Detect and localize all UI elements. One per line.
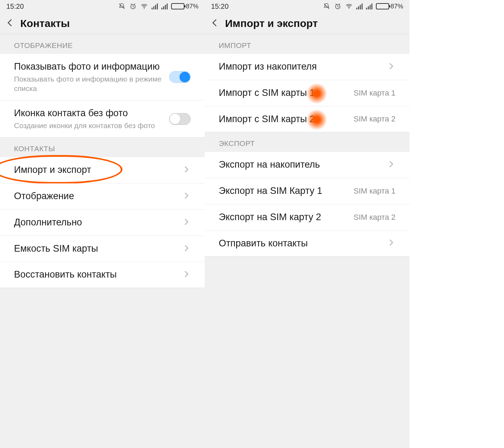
row-title: Дополнительно	[14, 217, 183, 229]
screenshot-import-export: 15:20 87% Импорт и экспорт ИМПОРТ Импорт…	[205, 0, 410, 448]
row-contact-icon-no-photo[interactable]: Иконка контакта без фото Создание иконки…	[0, 100, 205, 137]
row-import-sim2[interactable]: Импорт с SIM карты 2 SIM карта 2	[205, 106, 410, 132]
row-title: Импорт и экспорт	[14, 164, 183, 176]
chevron-right-icon	[183, 192, 191, 201]
row-subtitle: Создание иконки для контактов без фото	[14, 121, 169, 130]
row-display[interactable]: Отображение	[0, 183, 205, 210]
row-restore-contacts[interactable]: Восстановить контакты	[0, 262, 205, 288]
section-header-import: ИМПОРТ	[205, 34, 410, 54]
signal-sim2-icon	[161, 3, 168, 9]
signal-sim1-icon	[152, 3, 158, 9]
row-title: Иконка контакта без фото	[14, 107, 169, 119]
section-header-display: ОТОБРАЖЕНИЕ	[0, 34, 205, 54]
row-title: Импорт с SIM карты 2	[219, 113, 354, 125]
row-sim-capacity[interactable]: Емкость SIM карты	[0, 236, 205, 262]
row-export-sim1[interactable]: Экспорт на SIM Карту 1 SIM карта 1	[205, 178, 410, 204]
battery-icon	[171, 3, 184, 9]
row-import-from-storage[interactable]: Импорт из накопителя	[205, 54, 410, 80]
row-title: Отображение	[14, 190, 183, 202]
signal-sim2-icon	[366, 3, 372, 9]
empty-area	[0, 288, 205, 448]
alarm-icon	[129, 2, 137, 10]
row-value: SIM карта 1	[354, 187, 396, 196]
row-title: Экспорт на SIM карту 2	[219, 211, 354, 223]
row-value: SIM карта 2	[354, 213, 396, 222]
row-title: Отправить контакты	[219, 238, 388, 250]
row-title: Импорт из накопителя	[219, 61, 388, 73]
row-title: Импорт с SIM карты 1	[219, 87, 354, 99]
chevron-right-icon	[183, 244, 191, 253]
status-time: 15:20	[6, 2, 24, 10]
page-header: Контакты	[0, 13, 205, 34]
row-show-photo-info[interactable]: Показывать фото и информацию Показывать …	[0, 54, 205, 100]
row-send-contacts[interactable]: Отправить контакты	[205, 231, 410, 257]
row-advanced[interactable]: Дополнительно	[0, 210, 205, 236]
battery-icon	[376, 3, 389, 9]
wifi-icon	[140, 2, 148, 10]
status-time: 15:20	[211, 2, 229, 10]
chevron-right-icon	[388, 160, 396, 169]
chevron-right-icon	[388, 62, 396, 71]
do-not-disturb-icon	[118, 2, 126, 10]
battery-indicator: 87%	[376, 3, 403, 10]
row-export-to-storage[interactable]: Экспорт на накопитель	[205, 152, 410, 178]
wifi-icon	[345, 2, 353, 10]
battery-percent: 87%	[186, 3, 198, 10]
row-subtitle: Показывать фото и информацию в режиме сп…	[14, 74, 169, 93]
alarm-icon	[334, 2, 342, 10]
row-title: Емкость SIM карты	[14, 243, 183, 255]
screenshot-contacts-settings: 15:20 87% Контакты ОТОБРАЖЕНИЕ Показыват…	[0, 0, 205, 448]
back-button[interactable]	[5, 18, 15, 29]
chevron-right-icon	[183, 166, 191, 175]
battery-percent: 87%	[391, 3, 403, 10]
empty-area	[205, 256, 410, 448]
row-title: Показывать фото и информацию	[14, 61, 169, 73]
row-value: SIM карта 2	[354, 114, 396, 124]
back-button[interactable]	[210, 18, 220, 29]
do-not-disturb-icon	[323, 2, 330, 10]
toggle-icon-no-photo[interactable]	[169, 113, 191, 125]
chevron-right-icon	[183, 270, 191, 279]
chevron-right-icon	[388, 239, 396, 248]
status-bar: 15:20 87%	[0, 0, 205, 13]
row-import-sim1[interactable]: Импорт с SIM карты 1 SIM карта 1	[205, 80, 410, 106]
signal-sim1-icon	[356, 3, 363, 9]
page-title: Импорт и экспорт	[225, 18, 318, 29]
row-import-export[interactable]: Импорт и экспорт	[0, 157, 205, 183]
row-value: SIM карта 1	[354, 89, 396, 98]
toggle-show-photo[interactable]	[169, 71, 191, 83]
section-header-export: ЭКСПОРТ	[205, 132, 410, 152]
chevron-right-icon	[183, 218, 191, 227]
row-title: Восстановить контакты	[14, 269, 183, 281]
row-title: Экспорт на накопитель	[219, 159, 388, 171]
battery-indicator: 87%	[171, 3, 198, 10]
row-title: Экспорт на SIM Карту 1	[219, 185, 354, 197]
page-header: Импорт и экспорт	[205, 13, 410, 34]
page-title: Контакты	[20, 18, 70, 29]
row-export-sim2[interactable]: Экспорт на SIM карту 2 SIM карта 2	[205, 204, 410, 231]
section-header-contacts: КОНТАКТЫ	[0, 137, 205, 157]
page-margin	[410, 0, 504, 448]
status-bar: 15:20 87%	[205, 0, 410, 13]
